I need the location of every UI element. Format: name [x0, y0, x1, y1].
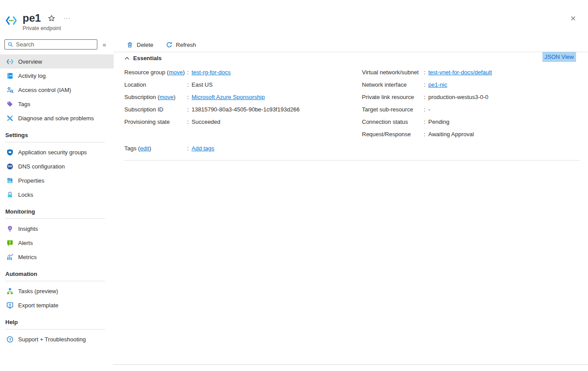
- more-menu-icon[interactable]: ···: [62, 16, 71, 20]
- request-response-value: Awaiting Approval: [428, 131, 474, 138]
- sidebar-section-automation: Automation: [0, 264, 114, 281]
- resource-menu: Overview Activity log Access control (IA…: [0, 54, 114, 346]
- divider: [5, 142, 105, 142]
- metrics-icon: [6, 253, 14, 261]
- field-subscription-id: Subscription ID 13815790-80a3-4505-90be-…: [124, 103, 362, 115]
- move-resource-group-link[interactable]: move: [169, 69, 183, 76]
- private-endpoint-icon: [6, 58, 14, 65]
- trash-icon: [127, 42, 133, 48]
- sidebar-item-support-troubleshooting[interactable]: ? Support + Troubleshooting: [0, 332, 114, 346]
- resource-menu-sidebar: « Overview Activity log Access control (…: [0, 39, 114, 371]
- collapse-sidebar-icon[interactable]: «: [103, 41, 106, 48]
- sidebar-item-dns-configuration[interactable]: DNS DNS configuration: [0, 159, 114, 173]
- location-value: East US: [192, 81, 213, 88]
- virtual-network-subnet-link[interactable]: test-vnet-for-docs/default: [428, 69, 492, 76]
- svg-text:?: ?: [9, 337, 11, 341]
- search-input[interactable]: [5, 40, 97, 49]
- sidebar-item-properties[interactable]: Properties: [0, 173, 114, 187]
- field-provisioning-state: Provisioning state Succeeded: [124, 115, 362, 128]
- overview-pane: Delete Refresh Essentials JSON View Reso…: [114, 39, 588, 161]
- sidebar-item-metrics[interactable]: Metrics: [0, 250, 114, 264]
- sidebar-item-access-control-iam[interactable]: Access control (IAM): [0, 83, 114, 97]
- refresh-label: Refresh: [176, 42, 196, 48]
- sidebar-item-export-template[interactable]: Export template: [0, 298, 114, 312]
- alert-icon: [6, 239, 14, 247]
- properties-icon: [6, 177, 14, 184]
- sidebar-item-overview[interactable]: Overview: [0, 54, 114, 69]
- divider: [114, 52, 588, 52]
- network-interface-link[interactable]: pe1-nic: [428, 81, 447, 88]
- edit-tags-link[interactable]: edit: [140, 145, 149, 152]
- essentials-title: Essentials: [133, 55, 161, 61]
- subscription-id-value: 13815790-80a3-4505-90be-1c93f193d266: [192, 106, 300, 113]
- field-target-sub-resource: Target sub-resource -: [362, 103, 580, 115]
- sidebar-item-locks[interactable]: Locks: [0, 187, 114, 202]
- field-location: Location East US: [124, 78, 362, 91]
- refresh-icon: [166, 42, 173, 48]
- delete-button[interactable]: Delete: [127, 42, 154, 48]
- svg-text:DNS: DNS: [8, 165, 12, 168]
- chevron-up-icon: [124, 56, 130, 61]
- diagnose-icon: [6, 115, 14, 122]
- help-circle-icon: ?: [6, 336, 14, 343]
- delete-label: Delete: [137, 42, 154, 48]
- shield-icon: [6, 149, 14, 156]
- private-endpoint-icon: [5, 12, 17, 27]
- sidebar-item-alerts[interactable]: Alerts: [0, 236, 114, 250]
- export-template-icon: [6, 302, 14, 309]
- provisioning-state-value: Succeeded: [192, 119, 220, 125]
- sidebar-item-insights[interactable]: Insights: [0, 222, 114, 236]
- resource-type-subtitle: Private endpoint: [23, 25, 71, 31]
- divider: [5, 329, 105, 329]
- sidebar-item-diagnose-solve-problems[interactable]: Diagnose and solve problems: [0, 111, 114, 125]
- divider: [113, 364, 588, 365]
- dns-icon: DNS: [6, 163, 14, 170]
- private-link-resource-value: production-westus3-0-0: [428, 94, 488, 100]
- divider: [5, 281, 105, 281]
- field-subscription: Subscription (move) Microsoft Azure Spon…: [124, 91, 362, 103]
- connection-status-value: Pending: [428, 119, 450, 125]
- lock-icon: [6, 191, 14, 199]
- move-subscription-link[interactable]: move: [159, 94, 173, 100]
- sidebar-item-application-security-groups[interactable]: Application security groups: [0, 145, 114, 159]
- divider: [5, 218, 105, 219]
- search-box: [4, 39, 97, 50]
- sidebar-section-settings: Settings: [0, 125, 114, 142]
- sidebar-section-monitoring: Monitoring: [0, 202, 114, 218]
- sidebar-section-help: Help: [0, 312, 114, 329]
- divider: [124, 160, 580, 161]
- favorite-star-icon[interactable]: [48, 15, 55, 22]
- json-view-button[interactable]: JSON View: [542, 52, 576, 62]
- field-resource-group: Resource group (move) test-rg-for-docs: [124, 66, 362, 78]
- essentials-right-column: Virtual network/subnet test-vnet-for-doc…: [362, 66, 580, 140]
- add-tags-link[interactable]: Add tags: [192, 145, 214, 152]
- tag-icon: [6, 100, 14, 108]
- field-private-link-resource: Private link resource production-westus3…: [362, 91, 580, 103]
- field-virtual-network-subnet: Virtual network/subnet test-vnet-for-doc…: [362, 66, 580, 78]
- sidebar-item-tags[interactable]: Tags: [0, 97, 114, 111]
- field-tags: Tags (edit) Add tags: [124, 142, 580, 154]
- sidebar-item-tasks-preview[interactable]: Tasks (preview): [0, 284, 114, 298]
- essentials-toggle[interactable]: Essentials: [124, 55, 161, 61]
- refresh-button[interactable]: Refresh: [166, 42, 196, 48]
- activity-log-icon: [6, 72, 14, 80]
- field-network-interface: Network interface pe1-nic: [362, 78, 580, 91]
- field-connection-status: Connection status Pending: [362, 115, 580, 128]
- page-header: pe1 ··· Private endpoint: [5, 12, 71, 31]
- field-request-response: Request/Response Awaiting Approval: [362, 128, 580, 140]
- tasks-icon: [6, 287, 14, 295]
- page-title: pe1: [23, 12, 41, 24]
- sidebar-item-activity-log[interactable]: Activity log: [0, 69, 114, 83]
- access-control-icon: [6, 86, 14, 94]
- essentials-left-column: Resource group (move) test-rg-for-docs L…: [124, 66, 362, 140]
- search-icon: [8, 42, 13, 47]
- resource-group-link[interactable]: test-rg-for-docs: [192, 69, 231, 76]
- target-sub-resource-value: -: [428, 106, 430, 113]
- close-icon[interactable]: [570, 15, 576, 22]
- subscription-link[interactable]: Microsoft Azure Sponsorship: [192, 94, 265, 100]
- command-bar: Delete Refresh: [114, 39, 588, 50]
- lightbulb-icon: [6, 225, 14, 233]
